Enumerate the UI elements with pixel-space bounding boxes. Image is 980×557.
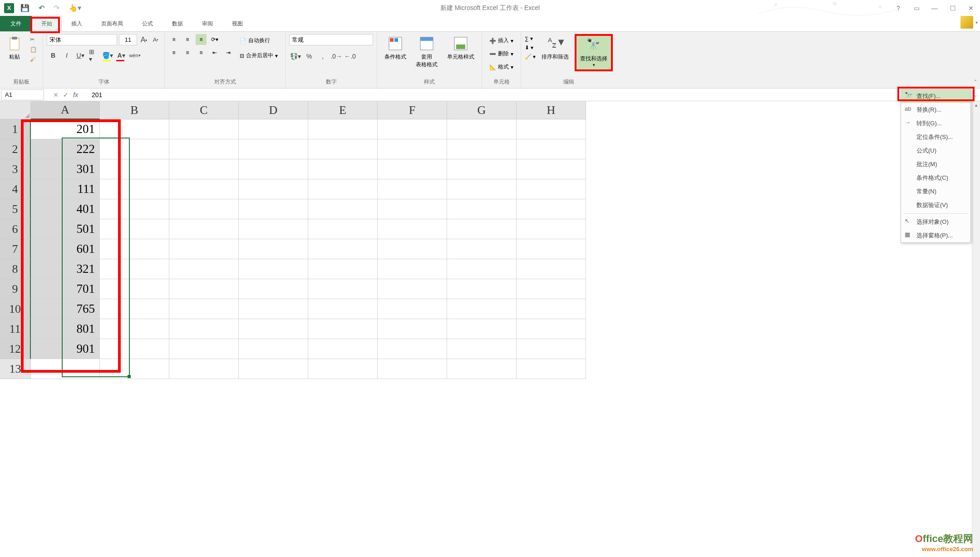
- cell-G10[interactable]: [447, 299, 517, 319]
- cell-F11[interactable]: [378, 319, 447, 339]
- cell-G9[interactable]: [447, 279, 517, 299]
- menu-formulas[interactable]: 公式(U): [901, 144, 970, 158]
- fill-icon[interactable]: ⬇ ▾: [525, 44, 536, 51]
- border-button[interactable]: ⊞ ▾: [89, 50, 99, 60]
- cell-styles-button[interactable]: 单元格样式: [443, 34, 478, 63]
- cell-B13[interactable]: [100, 359, 169, 379]
- minimize-icon[interactable]: —: [928, 2, 941, 14]
- name-box[interactable]: [1, 89, 44, 100]
- cell-B7[interactable]: [100, 239, 169, 259]
- cell-E9[interactable]: [308, 279, 378, 299]
- find-select-button[interactable]: 🔭 查找和选择 ▾: [575, 34, 613, 71]
- cell-G3[interactable]: [447, 159, 517, 179]
- cell-C1[interactable]: [169, 119, 239, 139]
- cell-G6[interactable]: [447, 219, 517, 239]
- cell-C8[interactable]: [169, 259, 239, 279]
- collapse-ribbon-icon[interactable]: ˆ: [975, 79, 976, 86]
- merge-center-button[interactable]: ⊟合并后居中 ▾: [236, 50, 281, 61]
- cell-A1[interactable]: 201: [31, 119, 100, 139]
- cell-A4[interactable]: 111: [31, 179, 100, 199]
- cell-F7[interactable]: [378, 239, 447, 259]
- cell-H7[interactable]: [517, 239, 586, 259]
- col-header-A[interactable]: A: [31, 101, 100, 119]
- menu-select-objects[interactable]: ↖选择对象(O): [901, 215, 970, 229]
- cell-B10[interactable]: [100, 299, 169, 319]
- tab-review[interactable]: 审阅: [192, 16, 222, 31]
- cell-B1[interactable]: [100, 119, 169, 139]
- cell-B12[interactable]: [100, 339, 169, 359]
- cell-E8[interactable]: [308, 259, 378, 279]
- cell-F5[interactable]: [378, 199, 447, 219]
- cell-E3[interactable]: [308, 159, 378, 179]
- align-center-icon[interactable]: ≡: [182, 47, 193, 58]
- cell-H2[interactable]: [517, 139, 586, 159]
- delete-cells-button[interactable]: ➖删除 ▾: [486, 49, 517, 59]
- cell-H8[interactable]: [517, 259, 586, 279]
- row-header-8[interactable]: 8: [0, 259, 31, 279]
- row-header-9[interactable]: 9: [0, 279, 31, 299]
- decrease-font-icon[interactable]: A▾: [151, 35, 161, 45]
- bold-button[interactable]: B: [48, 50, 58, 60]
- tab-data[interactable]: 数据: [163, 16, 192, 31]
- cell-F12[interactable]: [378, 339, 447, 359]
- orientation-icon[interactable]: ⟳▾: [209, 34, 220, 45]
- row-header-6[interactable]: 6: [0, 219, 31, 239]
- tab-page-layout[interactable]: 页面布局: [92, 16, 133, 31]
- cell-B8[interactable]: [100, 259, 169, 279]
- cell-F6[interactable]: [378, 219, 447, 239]
- col-header-F[interactable]: F: [378, 101, 447, 119]
- cell-E6[interactable]: [308, 219, 378, 239]
- row-header-11[interactable]: 11: [0, 319, 31, 339]
- cut-icon[interactable]: ✂: [30, 36, 37, 43]
- cell-H3[interactable]: [517, 159, 586, 179]
- cell-D12[interactable]: [239, 339, 308, 359]
- cell-B2[interactable]: [100, 139, 169, 159]
- cell-A5[interactable]: 401: [31, 199, 100, 219]
- cell-G1[interactable]: [447, 119, 517, 139]
- insert-function-icon[interactable]: fx: [73, 91, 78, 99]
- row-header-2[interactable]: 2: [0, 139, 31, 159]
- cell-A10[interactable]: 765: [31, 299, 100, 319]
- cell-H1[interactable]: [517, 119, 586, 139]
- touch-mode-icon[interactable]: 👆▾: [69, 4, 81, 12]
- cell-A8[interactable]: 321: [31, 259, 100, 279]
- cell-G2[interactable]: [447, 139, 517, 159]
- menu-conditional-format[interactable]: 条件格式(C): [901, 171, 970, 185]
- cell-H10[interactable]: [517, 299, 586, 319]
- increase-decimal-icon[interactable]: .0→: [331, 51, 341, 61]
- cell-A6[interactable]: 501: [31, 219, 100, 239]
- cell-G5[interactable]: [447, 199, 517, 219]
- help-icon[interactable]: ?: [891, 2, 905, 14]
- cell-E1[interactable]: [308, 119, 378, 139]
- increase-font-icon[interactable]: A▴: [139, 35, 149, 45]
- save-icon[interactable]: 💾: [20, 4, 30, 12]
- font-color-button[interactable]: A ▾: [116, 50, 126, 60]
- cell-G7[interactable]: [447, 239, 517, 259]
- cell-E13[interactable]: [308, 359, 378, 379]
- cell-G12[interactable]: [447, 339, 517, 359]
- row-header-1[interactable]: 1: [0, 119, 31, 139]
- cell-E4[interactable]: [308, 179, 378, 199]
- cell-C9[interactable]: [169, 279, 239, 299]
- underline-button[interactable]: U ▾: [75, 50, 85, 60]
- row-header-5[interactable]: 5: [0, 199, 31, 219]
- cell-D4[interactable]: [239, 179, 308, 199]
- cell-C13[interactable]: [169, 359, 239, 379]
- cell-G4[interactable]: [447, 179, 517, 199]
- cell-C4[interactable]: [169, 179, 239, 199]
- cell-C5[interactable]: [169, 199, 239, 219]
- cell-A9[interactable]: 701: [31, 279, 100, 299]
- cell-H6[interactable]: [517, 219, 586, 239]
- menu-data-validation[interactable]: 数据验证(V): [901, 198, 970, 212]
- align-right-icon[interactable]: ≡: [196, 47, 207, 58]
- cell-E11[interactable]: [308, 319, 378, 339]
- cell-B9[interactable]: [100, 279, 169, 299]
- font-name-select[interactable]: [47, 34, 117, 45]
- undo-icon[interactable]: ↶: [39, 4, 44, 12]
- cell-B3[interactable]: [100, 159, 169, 179]
- font-size-select[interactable]: [119, 34, 137, 45]
- cell-A11[interactable]: 801: [31, 319, 100, 339]
- increase-indent-icon[interactable]: ⇥: [223, 47, 234, 58]
- tab-file[interactable]: 文件: [0, 16, 32, 31]
- cell-C2[interactable]: [169, 139, 239, 159]
